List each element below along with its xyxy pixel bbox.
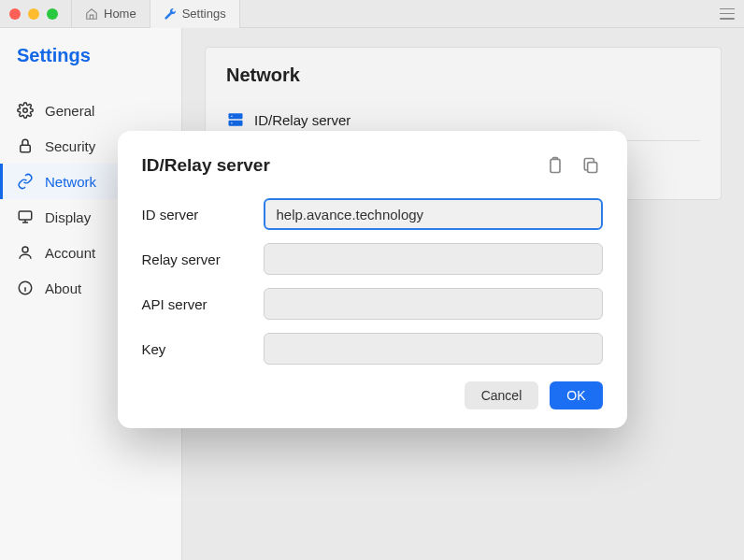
svg-point-3 (22, 247, 28, 252)
svg-rect-10 (587, 163, 596, 173)
id-server-label: ID server (142, 207, 264, 223)
sidebar-item-label: General (45, 103, 94, 119)
wrench-icon (164, 7, 177, 21)
person-icon (17, 244, 34, 261)
card-title: Network (226, 65, 700, 86)
info-icon (17, 280, 34, 296)
titlebar: Home Settings (0, 0, 744, 28)
svg-point-0 (23, 108, 28, 113)
monitor-icon (17, 208, 34, 225)
svg-rect-9 (551, 159, 560, 172)
home-icon (85, 7, 98, 21)
svg-rect-6 (229, 121, 243, 126)
sidebar-item-label: Security (45, 138, 95, 154)
lock-icon (17, 137, 34, 154)
link-icon (17, 173, 34, 190)
sidebar-item-general[interactable]: General (0, 93, 181, 128)
sidebar-item-label: About (45, 280, 81, 296)
maximize-window-button[interactable] (47, 8, 58, 20)
menu-icon[interactable] (720, 8, 735, 20)
key-input[interactable] (264, 333, 603, 365)
id-server-input[interactable] (264, 198, 603, 230)
window-controls (9, 8, 58, 20)
svg-rect-1 (21, 145, 31, 152)
svg-rect-7 (231, 116, 233, 117)
gear-icon (17, 102, 34, 119)
ok-button[interactable]: OK (550, 381, 602, 409)
svg-rect-8 (231, 122, 233, 123)
dialog-title: ID/Relay server (142, 155, 270, 176)
api-server-input[interactable] (264, 288, 603, 320)
relay-server-input[interactable] (264, 243, 603, 275)
section-label: ID/Relay server (254, 112, 351, 128)
sidebar-item-label: Network (45, 174, 96, 190)
api-server-label: API server (142, 296, 264, 312)
sidebar-title: Settings (0, 41, 181, 93)
minimize-window-button[interactable] (28, 8, 39, 20)
tab-home[interactable]: Home (71, 0, 150, 28)
paste-button[interactable] (543, 153, 567, 178)
relay-server-label: Relay server (142, 251, 264, 267)
svg-rect-5 (229, 113, 243, 119)
cancel-button[interactable]: Cancel (465, 381, 539, 409)
tab-label: Settings (182, 7, 226, 21)
sidebar-item-label: Account (45, 245, 95, 261)
svg-rect-2 (19, 211, 32, 220)
server-icon (226, 110, 245, 129)
copy-button[interactable] (579, 153, 603, 178)
close-window-button[interactable] (9, 8, 21, 20)
sidebar-item-label: Display (45, 209, 91, 225)
id-relay-server-dialog: ID/Relay server ID server Relay server A… (118, 131, 627, 428)
key-label: Key (142, 341, 264, 357)
tab-label: Home (104, 7, 136, 21)
tab-settings[interactable]: Settings (150, 0, 240, 28)
